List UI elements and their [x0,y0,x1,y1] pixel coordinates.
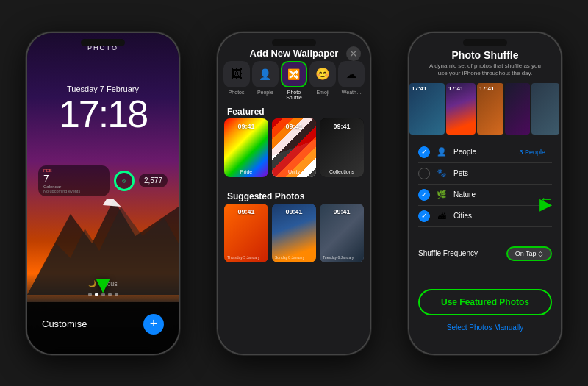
shuffle-icon: 🔀 [281,61,307,87]
calendar-widget: FEB 7 Calendar No upcoming events [38,165,110,196]
pride-time: 09:41 [224,123,268,130]
suggested-section-label: Suggested Photos [227,191,304,201]
select-photos-manually-link[interactable]: Select Photos Manually [409,324,561,332]
photo-categories: ✓ 👤 People 3 People… 🐾 Pets ✓ 🌿 Nature [418,142,552,227]
photo-thumb-2: 17:41 [446,83,476,135]
collections-time: 09:41 [320,123,364,130]
lockscreen-time-area: Tuesday 7 February 17:18 [27,85,179,133]
use-featured-photos-button[interactable]: Use Featured Photos [418,289,552,315]
shuffle-freq-value[interactable]: On Tap ◇ [506,246,552,261]
featured-unity[interactable]: 09:41 Unity [272,118,316,177]
cal-day: 7 [43,173,104,185]
pets-checkbox[interactable] [418,168,430,179]
people-cat-icon: 👤 [436,147,448,157]
sug1-time: 09:41 [224,208,268,215]
photo-shuffle-title: Photo Shuffle [409,49,561,61]
suggested-2[interactable]: 09:41 Sunday 8 January [272,204,316,262]
weather-icon: ☁ [338,61,365,87]
photo-label: PHOTO [27,44,179,51]
cities-cat-name: Cities [453,212,546,220]
cat-pets[interactable]: 🐾 Pets [418,163,552,185]
cat-people[interactable]: ✓ 👤 People 3 People… [418,142,552,163]
unity-time: 09:41 [272,123,316,130]
cat-nature[interactable]: ✓ 🌿 Nature [418,185,552,206]
type-photos[interactable]: 🖼 Photos [223,61,250,100]
dot-5 [115,293,118,296]
step-count: 2,577 [139,174,168,187]
customise-button[interactable]: Customise [42,318,87,329]
main-scene: PHOTO Tuesday 7 February 17:18 FEB 7 Cal… [0,0,588,386]
emoji-icon: 😊 [309,61,336,87]
cal-sub: No upcoming events [43,189,104,193]
unity-label: Unity [272,169,316,174]
phone-3-photo-shuffle: Photo Shuffle A dynamic set of photos th… [408,32,562,355]
people-cat-detail[interactable]: 3 People… [519,149,552,156]
weather-label: Weath… [342,90,362,95]
green-arrow-down: ▼ [91,271,115,299]
featured-section-label: Featured [227,107,265,117]
pets-cat-name: Pets [453,169,546,177]
people-icon: 👤 [252,61,279,87]
cat-cities[interactable]: ✓ 🏙 Cities [418,206,552,227]
pride-label: Pride [224,169,268,174]
type-emoji[interactable]: 😊 Emoji [309,61,336,100]
wallpaper-type-row: 🖼 Photos 👤 People 🔀 Photo Shuffle 😊 Emoj… [218,61,370,100]
sug3-date: Tuesday 6 January [323,255,354,260]
svg-marker-2 [103,199,121,207]
people-checkbox[interactable]: ✓ [418,146,430,158]
emoji-label: Emoji [316,90,329,95]
sug1-date: Thursday 5 January [227,255,259,260]
sheet-header: Add New Wallpaper ✕ [218,46,370,60]
featured-collections[interactable]: 09:41 Collections [320,118,364,177]
activity-ring: ◎ [114,171,135,191]
shuffle-frequency-row: Shuffle Frequency On Tap ◇ [418,246,552,261]
lockscreen-bottom-bar: Customise + [27,302,179,354]
photo-shuffle-subtitle: A dynamic set of photos that shuffle as … [424,62,546,78]
suggested-grid: 09:41 Thursday 5 January 09:41 Sunday 8 … [224,204,364,262]
nature-checkbox[interactable]: ✓ [418,189,430,201]
cities-checkbox[interactable]: ✓ [418,210,430,222]
type-photo-shuffle[interactable]: 🔀 Photo Shuffle [281,61,307,100]
sug2-time: 09:41 [272,208,316,215]
close-button[interactable]: ✕ [346,46,361,61]
lockscreen-date: Tuesday 7 February [27,85,179,93]
type-weather[interactable]: ☁ Weath… [338,61,365,100]
pets-cat-icon: 🐾 [436,168,448,178]
lockscreen-widgets: FEB 7 Calendar No upcoming events ◎ 2,57… [38,165,168,196]
add-wallpaper-button[interactable]: + [143,314,164,335]
photos-icon: 🖼 [223,61,250,87]
suggested-1[interactable]: 09:41 Thursday 5 January [224,204,268,262]
nature-cat-icon: 🌿 [436,190,448,199]
photo-thumb-5 [531,83,559,135]
collections-label: Collections [320,169,364,174]
featured-grid: 09:41 Pride 09:41 Unity 09:41 Collection… [224,118,364,177]
phone-1-lockscreen: PHOTO Tuesday 7 February 17:18 FEB 7 Cal… [26,32,180,355]
photo-thumb-3: 17:41 [477,83,503,135]
shuffle-label: Photo Shuffle [281,90,307,100]
cities-cat-icon: 🏙 [436,212,448,221]
people-label: People [257,90,273,95]
pets-arrow-indicator: ← [539,190,553,207]
people-cat-name: People [453,148,513,156]
shuffle-freq-label: Shuffle Frequency [418,249,478,257]
sug3-time: 09:41 [320,208,364,215]
sug2-date: Sunday 8 January [275,255,304,260]
sheet-title: Add New Wallpaper [250,48,339,59]
nature-cat-name: Nature [453,190,546,199]
featured-pride[interactable]: 09:41 Pride [224,118,268,177]
phone-2-wallpaper-picker: Add New Wallpaper ✕ 🖼 Photos 👤 People 🔀 … [217,32,371,355]
suggested-3[interactable]: 09:41 Tuesday 6 January [320,204,364,262]
type-people[interactable]: 👤 People [252,61,279,100]
photo-strip: 17:41 17:41 17:41 [409,83,561,135]
photo-thumb-1: 17:41 [409,83,445,135]
lockscreen-clock: 17:18 [27,95,179,133]
photo-thumb-4 [505,83,530,135]
photos-label: Photos [229,90,245,95]
